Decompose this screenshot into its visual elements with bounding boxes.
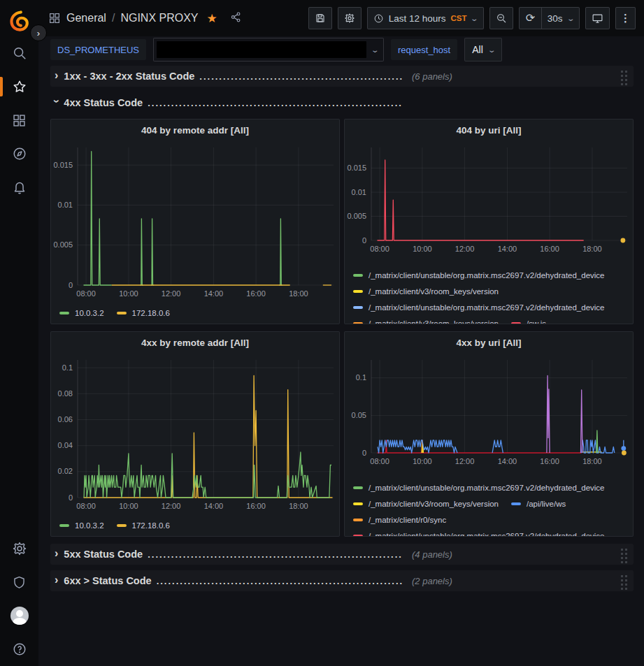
legend-item[interactable]: /sw.js (511, 317, 546, 324)
save-dashboard-button[interactable] (308, 7, 332, 29)
compass-icon (12, 146, 27, 161)
sidebar-item-alerting[interactable] (0, 171, 38, 204)
svg-text:18:00: 18:00 (289, 502, 308, 510)
legend-item[interactable]: 10.0.3.2 (59, 519, 104, 532)
chart-4xx-by-uri[interactable]: 00.050.108:0010:0012:0014:0016:0018:00 (345, 353, 631, 477)
chart-404-by-uri[interactable]: 00.0050.010.01508:0010:0012:0014:0016:00… (345, 140, 631, 265)
row-5xx[interactable]: › 5xx Status Code ......................… (50, 544, 634, 565)
row-panel-count: (4 panels) (412, 549, 452, 560)
panel-title[interactable]: 4xx by remote addr [All] (51, 332, 339, 353)
svg-text:14:00: 14:00 (204, 502, 224, 510)
legend-label: 10.0.3.2 (75, 519, 104, 532)
chevron-down-icon: ⌄ (371, 46, 380, 54)
svg-text:0.005: 0.005 (347, 212, 366, 220)
legend-item[interactable]: 172.18.0.6 (117, 519, 170, 532)
legend-item[interactable]: /_matrix/client/v3/room_keys/version (353, 285, 499, 298)
variable-label-request-host[interactable]: request_host (391, 39, 457, 60)
dashboard-content: › 1xx - 3xx - 2xx Status Code ..........… (38, 63, 644, 666)
row-panel-count: (2 panels) (412, 576, 452, 586)
sidebar-item-starred[interactable] (0, 70, 38, 103)
cycle-view-mode-button[interactable] (585, 7, 610, 29)
legend-item[interactable]: /_matrix/client/v3/room_keys/version (353, 498, 499, 510)
more-options-button[interactable]: ⋮ (615, 7, 636, 29)
legend-item[interactable]: /_matrix/client/unstable/org.matrix.msc2… (353, 269, 605, 282)
panel-404-by-uri: 404 by uri [All] 00.0050.010.01508:0010:… (344, 119, 634, 324)
chevron-down-icon: ⌄ (487, 46, 496, 54)
legend-swatch (117, 312, 127, 314)
time-range-label: Last 12 hours (389, 13, 446, 24)
legend-item[interactable]: /_matrix/client/unstable/org.matrix.msc2… (353, 482, 605, 494)
legend-label: /_matrix/client/unstable/org.matrix.msc2… (368, 530, 605, 537)
legend-label: /_matrix/client/unstable/org.matrix.msc2… (368, 301, 605, 314)
sidebar-item-server-admin[interactable] (0, 565, 38, 599)
svg-text:08:00: 08:00 (76, 289, 96, 298)
legend-item[interactable]: 172.18.0.6 (117, 307, 170, 319)
gear-icon (344, 13, 355, 24)
panel-title[interactable]: 404 by uri [All] (345, 120, 633, 140)
legend-label: /_matrix/client/unstable/org.matrix.msc2… (368, 269, 605, 282)
svg-text:12:00: 12:00 (162, 289, 181, 298)
share-dashboard-button[interactable] (223, 11, 242, 26)
dashboard-settings-button[interactable] (338, 7, 362, 29)
row-1xx-3xx-2xx[interactable]: › 1xx - 3xx - 2xx Status Code ..........… (50, 66, 634, 87)
zoom-out-time-button[interactable] (489, 7, 513, 29)
legend-item[interactable]: /api/live/ws (511, 498, 566, 510)
gear-icon (12, 541, 27, 556)
svg-text:18:00: 18:00 (582, 245, 602, 253)
legend-item[interactable]: /_matrix/client/v3/room_keys/version (353, 317, 499, 324)
datasource-select[interactable]: ⌄ (153, 38, 384, 61)
svg-text:0.01: 0.01 (58, 201, 73, 209)
panel-legend: /_matrix/client/unstable/org.matrix.msc2… (345, 477, 633, 537)
dashboard-grid-icon (48, 12, 61, 24)
chevron-right-icon: › (55, 70, 58, 82)
legend-item[interactable]: /_matrix/client/r0/sync (353, 514, 446, 526)
row-leader-dots: ........................................… (148, 98, 402, 108)
legend-swatch (353, 274, 363, 277)
breadcrumb: General / NGINX PROXY ★ (48, 11, 242, 26)
breadcrumb-folder[interactable]: General (66, 12, 106, 24)
panel-title[interactable]: 404 by remote addr [All] (51, 120, 339, 140)
svg-text:08:00: 08:00 (370, 457, 389, 465)
request-host-value: All (472, 44, 483, 55)
sidebar-item-configuration[interactable] (0, 532, 38, 565)
row-panel-count: (6 panels) (412, 71, 452, 82)
svg-text:0.005: 0.005 (53, 240, 73, 249)
row-title: 4xx Status Code (64, 97, 143, 108)
chart-404-by-remote-addr[interactable]: 00.0050.010.01508:0010:0012:0014:0016:00… (51, 140, 338, 303)
breadcrumb-dashboard-title[interactable]: NGINX PROXY (120, 12, 198, 24)
legend-swatch (59, 524, 69, 527)
refresh-interval-button[interactable]: 30s ⌄ (541, 7, 580, 29)
sidebar-item-dashboards[interactable] (0, 103, 38, 137)
sidebar-item-profile[interactable] (0, 599, 38, 632)
panel-title[interactable]: 4xx by uri [All] (345, 332, 633, 353)
svg-text:0.015: 0.015 (53, 161, 73, 169)
legend-swatch (511, 502, 521, 505)
row-title: 6xx > Status Code (64, 575, 151, 586)
sidebar-item-help[interactable] (0, 632, 38, 666)
chart-4xx-by-remote-addr[interactable]: 00.020.040.060.080.108:0010:0012:0014:00… (51, 353, 338, 515)
legend-item[interactable]: /_matrix/client/unstable/org.matrix.msc2… (353, 301, 605, 314)
sidebar-expand-button[interactable]: › (30, 24, 47, 41)
refresh-icon: ⟳ (526, 13, 535, 24)
star-dashboard-icon[interactable]: ★ (207, 11, 217, 26)
refresh-button[interactable]: ⟳ (519, 7, 541, 29)
svg-text:10:00: 10:00 (119, 289, 138, 298)
request-host-select[interactable]: All ⌄ (464, 38, 502, 61)
chevron-right-icon: › (55, 548, 58, 560)
svg-text:10:00: 10:00 (413, 245, 432, 253)
row-drag-handle[interactable] (621, 575, 628, 591)
row-title: 5xx Status Code (64, 549, 143, 560)
legend-item[interactable]: 10.0.3.2 (59, 307, 104, 319)
row-4xx[interactable]: › 4xx Status Code ......................… (50, 92, 634, 113)
row-6xx[interactable]: › 6xx > Status Code ....................… (50, 570, 634, 591)
sidebar: › (0, 0, 38, 666)
chevron-right-icon: › (55, 574, 58, 586)
legend-item[interactable]: /_matrix/client/unstable/org.matrix.msc2… (353, 530, 605, 537)
time-range-picker[interactable]: Last 12 hours CST ⌄ (367, 7, 484, 29)
variable-label-ds-prometheus[interactable]: DS_PROMETHEUS (50, 39, 146, 60)
sidebar-item-explore[interactable] (0, 137, 38, 171)
sidebar-item-search[interactable] (0, 36, 38, 70)
variables-bar: DS_PROMETHEUS ⌄ request_host All ⌄ (38, 36, 644, 63)
row-drag-handle[interactable] (621, 549, 628, 564)
row-drag-handle[interactable] (621, 71, 628, 86)
